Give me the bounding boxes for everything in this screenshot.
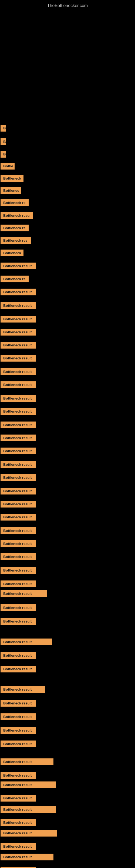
bottleneck-result-badge[interactable]: Bottleneck result	[1, 435, 36, 441]
bottleneck-result-badge[interactable]: Bottleneck result	[1, 652, 36, 659]
list-item: Bottleneck re	[0, 199, 29, 206]
bottleneck-result-badge[interactable]: Bottleneck result	[1, 501, 36, 507]
bottleneck-result-badge[interactable]: Bottlenec	[1, 187, 21, 194]
bottleneck-result-badge[interactable]: Bottleneck re	[1, 199, 29, 206]
list-item: Bottleneck	[0, 175, 24, 182]
list-item: Bottleneck result	[0, 501, 36, 507]
list-item: Bottleneck result	[0, 741, 36, 747]
list-item: Bottleneck result	[0, 727, 36, 734]
bottleneck-result-badge[interactable]: Bottleneck	[1, 175, 24, 182]
list-item: Bottleneck result	[0, 819, 36, 826]
bottleneck-result-badge[interactable]: Bottleneck result	[1, 854, 53, 860]
list-item: Bottleneck result	[0, 447, 36, 454]
list-item: Bottleneck result	[0, 581, 36, 587]
bottleneck-result-badge[interactable]: Bottleneck result	[1, 843, 36, 850]
bottleneck-result-badge[interactable]: Bottleneck result	[1, 368, 36, 375]
list-item: Bottleneck result	[0, 652, 36, 659]
site-title: TheBottlenecker.com	[0, 1, 135, 9]
list-item: Bottle	[0, 163, 14, 169]
bottleneck-result-badge[interactable]: Bottleneck result	[1, 342, 36, 348]
bottleneck-result-badge[interactable]: Bottleneck result	[1, 806, 56, 813]
bottleneck-result-badge[interactable]: B	[1, 151, 6, 158]
bottleneck-result-badge[interactable]: Bottleneck result	[1, 381, 36, 388]
list-item: Bottleneck result	[0, 435, 36, 441]
list-item: Bottleneck result	[0, 342, 36, 348]
bottleneck-result-badge[interactable]: Bottleneck result	[1, 553, 36, 560]
list-item: B	[0, 125, 6, 131]
list-item: Bottleneck result	[0, 843, 36, 850]
list-item: Bottleneck result	[0, 618, 36, 625]
main-container: TheBottlenecker.com BBBBottleBottleneckB…	[0, 0, 135, 868]
bottleneck-result-badge[interactable]: Bottleneck resu	[1, 212, 33, 219]
bottleneck-result-badge[interactable]: Bottleneck result	[1, 758, 53, 765]
list-item: Bottleneck result	[0, 553, 36, 560]
list-item: Bottleneck result	[0, 355, 36, 362]
bottleneck-result-badge[interactable]: Bottleneck result	[1, 302, 36, 309]
list-item: Bottleneck result	[0, 665, 36, 673]
list-item: Bottleneck result	[0, 639, 52, 645]
bottleneck-result-badge[interactable]: B	[1, 125, 6, 131]
list-item: Bottleneck result	[0, 854, 53, 860]
bottleneck-result-badge[interactable]: Bottleneck result	[1, 355, 36, 362]
list-item: Bottleneck result	[0, 368, 36, 375]
list-item: Bottleneck result	[0, 590, 47, 597]
bottleneck-result-badge[interactable]: Bottleneck result	[1, 700, 36, 707]
list-item: Bottleneck	[0, 250, 24, 256]
bottleneck-result-badge[interactable]: Bottleneck result	[1, 262, 36, 269]
bottleneck-result-badge[interactable]: Bottleneck result	[1, 540, 36, 547]
bottleneck-result-badge[interactable]: Bottleneck result	[1, 665, 36, 673]
bottleneck-result-badge[interactable]: Bottleneck result	[1, 514, 36, 521]
bottleneck-result-badge[interactable]: Bottleneck result	[1, 567, 36, 574]
bottleneck-result-badge[interactable]: Bottleneck result	[1, 590, 47, 597]
bottleneck-result-badge[interactable]: Bottleneck result	[1, 422, 36, 428]
bottleneck-result-badge[interactable]: Bottleneck result	[1, 772, 36, 779]
list-item: Bottleneck result	[0, 395, 36, 402]
list-item: Bottleneck res	[0, 237, 31, 244]
bottleneck-result-badge[interactable]: B	[1, 138, 6, 145]
bottleneck-result-badge[interactable]: Bottleneck result	[1, 727, 36, 734]
bottleneck-result-badge[interactable]: Bottleneck result	[1, 329, 36, 336]
bottleneck-result-badge[interactable]: Bottleneck result	[1, 639, 52, 645]
bottleneck-result-badge[interactable]: Bottleneck result	[1, 795, 36, 802]
bottleneck-result-badge[interactable]: Bottleneck result	[1, 581, 36, 587]
bottleneck-result-badge[interactable]: Bottleneck result	[1, 686, 45, 693]
list-item: Bottleneck result	[0, 540, 36, 547]
list-item: B	[0, 138, 6, 145]
list-item: Bottleneck result	[0, 830, 57, 837]
list-item: Bottleneck result	[0, 781, 56, 788]
list-item: Bottleneck result	[0, 474, 36, 481]
bottleneck-result-badge[interactable]: Bottleneck result	[1, 527, 36, 534]
list-item: Bottleneck result	[0, 408, 36, 415]
bottleneck-result-badge[interactable]: Bottle	[1, 163, 14, 169]
bottleneck-result-badge[interactable]: Bottleneck result	[1, 289, 36, 296]
bottleneck-result-badge[interactable]: Bottleneck result	[1, 618, 36, 625]
list-item: Bottleneck result	[0, 289, 36, 296]
bottleneck-result-badge[interactable]: Bottleneck result	[1, 461, 36, 468]
list-item: Bottleneck result	[0, 329, 36, 336]
bottleneck-result-badge[interactable]: Bottleneck result	[1, 781, 56, 788]
list-item: Bottleneck re	[0, 225, 29, 231]
list-item: Bottleneck result	[0, 567, 36, 574]
bottleneck-result-badge[interactable]: Bottleneck result	[1, 488, 36, 495]
bottleneck-result-badge[interactable]: Bottleneck result	[1, 447, 36, 454]
bottleneck-result-badge[interactable]: Bottleneck result	[1, 819, 36, 826]
bottleneck-result-badge[interactable]: Bottleneck	[1, 250, 24, 256]
list-item: B	[0, 151, 6, 158]
bottleneck-result-badge[interactable]: Bottleneck result	[1, 713, 36, 720]
bottleneck-result-badge[interactable]: Bottleneck re	[1, 276, 29, 282]
bottleneck-result-badge[interactable]: Bottleneck result	[1, 408, 36, 415]
bottleneck-result-badge[interactable]: Bottleneck result	[1, 741, 36, 747]
list-item: Bottlenec	[0, 187, 21, 194]
bottleneck-result-badge[interactable]: Bottleneck re	[1, 225, 29, 231]
list-item: Bottleneck result	[0, 381, 36, 388]
bottleneck-result-badge[interactable]: Bottleneck result	[1, 830, 57, 837]
bottleneck-result-badge[interactable]: Bottleneck result	[1, 395, 36, 402]
list-item: Bottleneck result	[0, 795, 36, 802]
bottleneck-result-badge[interactable]: Bottleneck result	[1, 474, 36, 481]
list-item: Bottleneck result	[0, 700, 36, 707]
bottleneck-result-badge[interactable]: Bottleneck result	[1, 604, 36, 611]
list-item: Bottleneck result	[0, 806, 56, 813]
list-item: Bottleneck result	[0, 422, 36, 428]
bottleneck-result-badge[interactable]: Bottleneck result	[1, 316, 36, 322]
bottleneck-result-badge[interactable]: Bottleneck res	[1, 237, 31, 244]
